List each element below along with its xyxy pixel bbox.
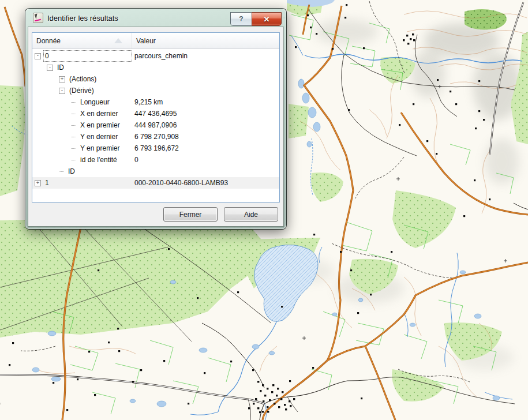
tree-cell-name: Y en dernier: [78, 133, 119, 141]
tree-cell-value: parcours_chemin: [132, 50, 279, 62]
tree-cell-value: 0: [132, 154, 279, 166]
tree-row[interactable]: X en dernier447 436,4695: [32, 108, 279, 119]
tree-row[interactable]: ID: [32, 166, 279, 177]
tree-cell-name: 0: [43, 50, 132, 62]
column-header-valeur[interactable]: Valeur: [132, 33, 279, 48]
tree-cell-name: Y en premier: [78, 144, 121, 152]
close-icon: ✕: [264, 15, 270, 24]
application-window: Identifier les résultats ? ✕ Donnée Vale…: [0, 0, 528, 420]
identify-results-dialog: Identifier les résultats ? ✕ Donnée Vale…: [25, 9, 286, 229]
tree-header: Donnée Valeur: [32, 33, 279, 49]
tree-row[interactable]: Longueur9,215 km: [32, 96, 279, 108]
tree-row[interactable]: +1000-2010-0440-6800-LAMB93: [32, 177, 279, 189]
tree-cell-name: (Actions): [68, 75, 98, 83]
help-caption-button[interactable]: ?: [230, 12, 252, 26]
results-tree[interactable]: Donnée Valeur -0parcours_chemin-ID+(Acti…: [32, 32, 280, 202]
tree-cell-name: id de l'entité: [78, 156, 119, 164]
tree-cell-value: 9,215 km: [132, 96, 279, 108]
tree-cell-value: 6 793 196,672: [132, 142, 279, 154]
identify-icon: [33, 13, 43, 23]
tree-cell-name: X en premier: [78, 121, 122, 129]
tree-cell-name: (Dérivé): [68, 87, 96, 95]
close-caption-button[interactable]: ✕: [252, 12, 282, 26]
tree-row[interactable]: Y en dernier6 798 270,908: [32, 131, 279, 142]
dialog-client-area: Donnée Valeur -0parcours_chemin-ID+(Acti…: [28, 27, 283, 226]
tree-row[interactable]: -0parcours_chemin: [32, 50, 279, 62]
tree-connector: [71, 102, 76, 103]
dialog-title: Identifier les résultats: [47, 14, 118, 22]
expand-toggle-icon[interactable]: +: [35, 180, 41, 186]
tree-row[interactable]: X en premier444 987,0906: [32, 119, 279, 131]
collapse-toggle-icon[interactable]: -: [47, 65, 53, 71]
tree-row[interactable]: Y en premier6 793 196,672: [32, 142, 279, 154]
tree-cell-value: [132, 62, 279, 73]
expand-toggle-icon[interactable]: +: [59, 76, 65, 82]
tree-cell-name: 1: [43, 179, 51, 187]
tree-cell-value: [132, 85, 279, 96]
tree-cell-name: X en dernier: [78, 110, 119, 118]
tree-connector: [71, 114, 76, 114]
tree-cell-name: ID: [66, 167, 77, 175]
tree-row[interactable]: +(Actions): [32, 73, 279, 85]
tree-row[interactable]: -ID: [32, 62, 279, 73]
tree-cell-value: 447 436,4695: [132, 108, 279, 119]
tree-connector: [71, 148, 76, 149]
help-button[interactable]: Aide: [224, 207, 278, 222]
tree-row[interactable]: -(Dérivé): [32, 85, 279, 96]
tree-cell-name: ID: [55, 63, 66, 72]
tree-rows: -0parcours_chemin-ID+(Actions)-(Dérivé)L…: [32, 49, 279, 189]
tree-connector: [71, 160, 76, 160]
tree-cell-value: [132, 166, 279, 177]
tree-cell-value: [132, 73, 279, 85]
tree-cell-name: Longueur: [78, 98, 111, 106]
tree-cell-value: 444 987,0906: [132, 119, 279, 131]
collapse-toggle-icon[interactable]: -: [35, 53, 41, 59]
tree-connector: [59, 171, 64, 172]
tree-cell-value: 6 798 270,908: [132, 131, 279, 142]
sort-indicator-icon: [114, 38, 122, 43]
dialog-titlebar[interactable]: Identifier les résultats ? ✕: [25, 9, 286, 27]
tree-connector: [71, 137, 76, 137]
column-header-donnee[interactable]: Donnée: [32, 33, 132, 48]
tree-connector: [71, 125, 76, 126]
close-button[interactable]: Fermer: [163, 207, 218, 222]
tree-cell-value: 000-2010-0440-6800-LAMB93: [132, 177, 279, 189]
tree-row[interactable]: id de l'entité0: [32, 154, 279, 166]
collapse-toggle-icon[interactable]: -: [59, 88, 65, 94]
